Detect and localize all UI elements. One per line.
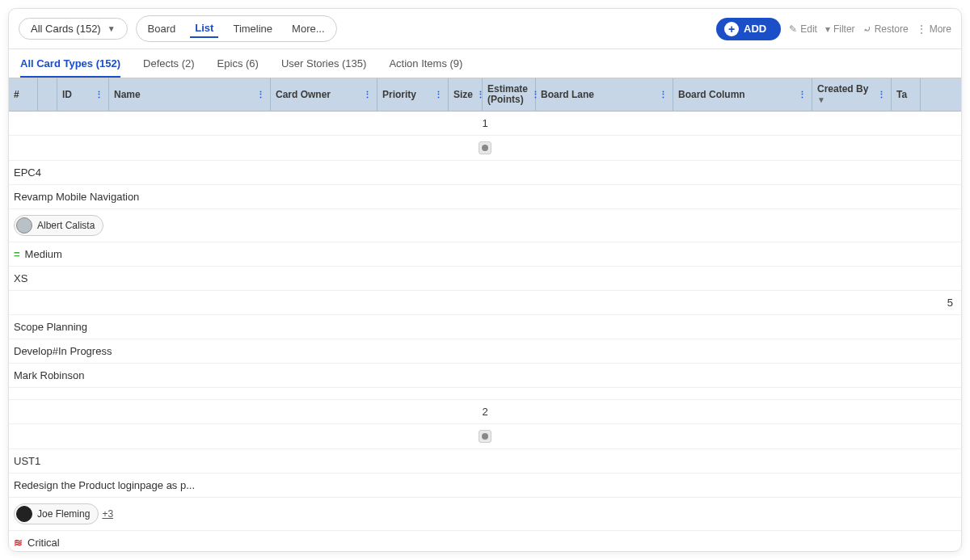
sort-icon: ▼ xyxy=(817,95,825,104)
tab-defects[interactable]: Defects (2) xyxy=(143,57,195,78)
more-icon: ⋮ xyxy=(917,23,926,35)
table-header: # ID⋮ Name⋮ Card Owner⋮ Priority⋮ Size⋮ … xyxy=(9,78,961,112)
restore-button[interactable]: ⤾ Restore xyxy=(863,23,909,35)
tab-all-card-types[interactable]: All Card Types (152) xyxy=(20,57,120,78)
cell-size[interactable]: XS xyxy=(9,267,961,291)
cell-type-icon xyxy=(9,136,961,161)
edit-icon: ✎ xyxy=(789,23,797,35)
cell-num: 2 xyxy=(9,400,961,424)
col-name[interactable]: Name⋮ xyxy=(109,78,271,111)
col-menu-icon[interactable]: ⋮ xyxy=(95,90,103,100)
card-type-icon xyxy=(479,430,491,443)
col-tags[interactable]: Ta xyxy=(892,78,921,111)
more-button[interactable]: ⋮ More xyxy=(917,23,951,35)
chevron-down-icon: ▼ xyxy=(108,24,116,33)
view-tab-timeline[interactable]: Timeline xyxy=(228,20,277,37)
cell-id[interactable]: EPC4 xyxy=(9,161,961,185)
cell-type-icon xyxy=(9,424,961,449)
col-menu-icon[interactable]: ⋮ xyxy=(659,90,668,100)
col-createdby[interactable]: Created By ▼⋮ xyxy=(812,78,892,111)
cell-name[interactable]: Revamp Mobile Navigation xyxy=(9,185,961,209)
owner-extra[interactable]: +3 xyxy=(102,508,113,520)
owner-pill[interactable]: Albert Calista xyxy=(14,215,103,236)
filter-icon: ▾ xyxy=(825,23,830,35)
cell-column[interactable]: Develop#In Progress xyxy=(9,339,961,364)
col-menu-icon[interactable]: ⋮ xyxy=(363,90,372,100)
edit-button[interactable]: ✎ Edit xyxy=(789,23,817,35)
col-menu-icon[interactable]: ⋮ xyxy=(877,90,886,100)
priority-label: Critical xyxy=(27,537,60,549)
view-switcher: Board List Timeline More... xyxy=(136,15,337,42)
avatar xyxy=(16,217,32,234)
plus-icon: + xyxy=(724,22,739,36)
tab-user-stories[interactable]: User Stories (135) xyxy=(281,57,366,78)
view-tab-board[interactable]: Board xyxy=(143,20,181,37)
edit-label: Edit xyxy=(800,23,817,35)
add-button[interactable]: + ADD xyxy=(716,18,781,40)
view-tab-list[interactable]: List xyxy=(190,19,218,38)
col-lane[interactable]: Board Lane⋮ xyxy=(536,78,673,111)
card-filter-label: All Cards (152) xyxy=(31,23,101,35)
cell-num: 1 xyxy=(9,112,961,136)
col-owner[interactable]: Card Owner⋮ xyxy=(271,78,377,111)
priority-icon: ≋ xyxy=(14,537,23,548)
priority-label: Medium xyxy=(25,248,62,260)
col-column[interactable]: Board Column⋮ xyxy=(673,78,812,111)
owner-name: Joe Fleming xyxy=(37,508,90,520)
table-body: 1EPC4Revamp Mobile NavigationAlbert Cali… xyxy=(9,112,961,552)
col-num[interactable]: # xyxy=(9,78,38,111)
tab-epics[interactable]: Epics (6) xyxy=(217,57,259,78)
cell-id[interactable]: UST1 xyxy=(9,449,961,474)
col-menu-icon[interactable]: ⋮ xyxy=(434,90,443,100)
cell-lane[interactable]: Scope Planning xyxy=(9,315,961,339)
tab-action-items[interactable]: Action Items (9) xyxy=(389,57,462,78)
avatar xyxy=(16,506,32,522)
col-estimate[interactable]: Estimate (Points)⋮ xyxy=(483,78,536,111)
more-label: More xyxy=(930,23,951,35)
col-menu-icon[interactable]: ⋮ xyxy=(798,90,807,100)
col-menu-icon[interactable]: ⋮ xyxy=(256,90,265,100)
col-type[interactable] xyxy=(38,78,57,111)
card-type-tabs: All Card Types (152) Defects (2) Epics (… xyxy=(9,49,961,78)
restore-label: Restore xyxy=(875,23,909,35)
cell-estimate[interactable]: 5 xyxy=(9,291,961,315)
col-size[interactable]: Size⋮ xyxy=(449,78,483,111)
filter-label: Filter xyxy=(833,23,855,35)
cell-createdby[interactable]: Mark Robinson xyxy=(9,364,961,388)
cell-priority[interactable]: ≋Critical xyxy=(9,531,961,552)
view-tab-more[interactable]: More... xyxy=(287,20,329,37)
col-id[interactable]: ID⋮ xyxy=(57,78,109,111)
add-button-label: ADD xyxy=(744,23,766,35)
card-filter-dropdown[interactable]: All Cards (152) ▼ xyxy=(19,18,128,40)
cell-owner[interactable]: Albert Calista xyxy=(9,209,961,242)
owner-pill[interactable]: Joe Fleming xyxy=(14,503,99,524)
card-type-icon xyxy=(479,141,491,154)
cell-priority[interactable]: =Medium xyxy=(9,242,961,267)
filter-button[interactable]: ▾ Filter xyxy=(825,23,855,35)
cell-tags[interactable] xyxy=(9,388,961,400)
cell-name[interactable]: Redesign the Product loginpage as p... xyxy=(9,474,961,498)
col-priority[interactable]: Priority⋮ xyxy=(377,78,449,111)
owner-name: Albert Calista xyxy=(37,220,95,231)
priority-icon: = xyxy=(14,249,20,259)
restore-icon: ⤾ xyxy=(863,23,871,35)
cell-owner[interactable]: Joe Fleming+3 xyxy=(9,498,961,531)
